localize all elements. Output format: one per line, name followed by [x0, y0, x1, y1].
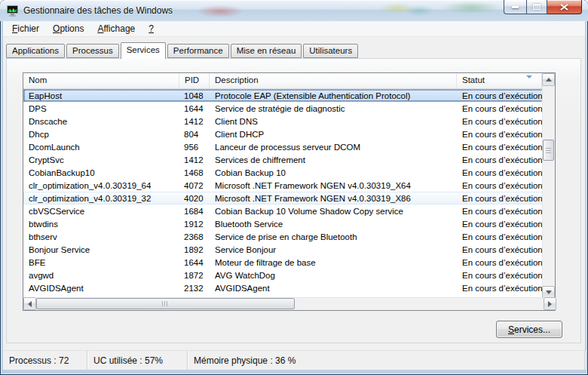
- cell-pid: 4020: [179, 194, 210, 203]
- tab-utilisateurs[interactable]: Utilisateurs: [303, 44, 358, 58]
- cell-description: Client DNS: [210, 117, 457, 126]
- service-table-header: NomPIDDescriptionStatut: [23, 73, 542, 89]
- cell-description: Service Bonjour: [210, 245, 457, 254]
- table-row[interactable]: Dnscache1412Client DNSEn cours d’exécuti…: [23, 115, 544, 128]
- client-area: ApplicationsProcessusServicesPerformance…: [3, 37, 585, 350]
- cell-statut: En cours d’exécution: [457, 104, 544, 113]
- table-row[interactable]: AVGIDSAgent2132AVGIDSAgentEn cours d’exé…: [23, 281, 544, 294]
- cell-statut: En cours d’exécution: [457, 284, 544, 293]
- arrow-up-icon: [546, 78, 552, 81]
- vertical-scroll-thumb[interactable]: [543, 140, 554, 161]
- services-list: NomPIDDescriptionStatut EapHost1048Proto…: [23, 72, 556, 311]
- cell-pid: 1644: [179, 258, 210, 267]
- thumb-grip-icon: [546, 148, 551, 153]
- cell-pid: 1644: [179, 104, 210, 113]
- menu-fichier[interactable]: Fichier: [5, 21, 46, 36]
- cell-description: AVGIDSAgent: [210, 284, 457, 293]
- cell-statut: En cours d’exécution: [457, 232, 544, 241]
- menu-options[interactable]: Options: [46, 21, 90, 36]
- title-bar[interactable]: Gestionnaire des tâches de Windows: [0, 0, 588, 21]
- tab-mise-en-reseau[interactable]: Mise en réseau: [231, 44, 302, 58]
- table-row[interactable]: CobianBackup101468Cobian Backup 10En cou…: [23, 166, 544, 179]
- minimize-icon: [512, 6, 519, 8]
- cell-statut: En cours d’exécution: [457, 207, 544, 216]
- cell-statut: En cours d’exécution: [457, 245, 544, 254]
- status-bar: Processus : 72UC utilisée : 57%Mémoire p…: [3, 350, 585, 370]
- cell-nom: cbVSCService: [23, 207, 179, 216]
- status-cpu: UC utilisée : 57%: [87, 351, 188, 370]
- table-row[interactable]: bthserv2368Service de prise en charge Bl…: [23, 230, 544, 243]
- cell-pid: 1684: [179, 207, 210, 216]
- tab-performance[interactable]: Performance: [167, 44, 229, 58]
- cell-nom: Dnscache: [23, 117, 179, 126]
- table-row[interactable]: DPS1644Service de stratégie de diagnosti…: [23, 102, 544, 115]
- arrow-right-icon: [548, 301, 552, 307]
- cell-pid: 804: [179, 130, 210, 139]
- table-row[interactable]: btwdins1912Bluetooth ServiceEn cours d’e…: [23, 217, 544, 230]
- cell-pid: 956: [179, 143, 210, 152]
- cell-nom: clr_optimization_v4.0.30319_64: [23, 181, 179, 190]
- cell-statut: En cours d’exécution: [457, 168, 544, 177]
- table-row[interactable]: clr_optimization_v4.0.30319_644072Micros…: [23, 179, 544, 192]
- service-table-body: EapHost1048Protocole EAP (Extensible Aut…: [23, 89, 544, 299]
- menu-aide[interactable]: ?: [142, 21, 161, 36]
- arrow-down-icon: [546, 290, 552, 294]
- tab-processus[interactable]: Processus: [66, 44, 119, 58]
- cell-description: AVG WatchDog: [210, 271, 457, 280]
- close-icon: [560, 4, 568, 11]
- cell-description: Microsoft .NET Framework NGEN v4.0.30319…: [210, 181, 457, 190]
- cell-statut: En cours d’exécution: [457, 117, 544, 126]
- minimize-button[interactable]: [504, 0, 526, 14]
- table-row[interactable]: Dhcp804Client DHCPEn cours d’exécution: [23, 128, 544, 140]
- table-row[interactable]: cbVSCService1684Cobian Backup 10 Volume …: [23, 204, 544, 217]
- tab-applications[interactable]: Applications: [6, 44, 65, 58]
- cell-pid: 1872: [179, 271, 210, 280]
- cell-pid: 4072: [179, 181, 210, 190]
- cell-description: Client DHCP: [210, 130, 457, 139]
- col-statut[interactable]: Statut: [457, 73, 542, 88]
- menu-bar: FichierOptionsAffichage?: [3, 21, 585, 37]
- cell-nom: DPS: [23, 104, 179, 113]
- cell-pid: 2132: [179, 284, 210, 293]
- table-row[interactable]: BFE1644Moteur de filtrage de baseEn cour…: [23, 256, 544, 269]
- cell-nom: clr_optimization_v4.0.30319_32: [23, 194, 179, 203]
- scroll-up-button[interactable]: [542, 73, 555, 86]
- services-button[interactable]: Services...: [496, 321, 562, 338]
- cell-description: Cobian Backup 10: [210, 168, 457, 177]
- scroll-right-button[interactable]: [544, 297, 556, 310]
- cell-nom: Bonjour Service: [23, 245, 179, 254]
- cell-pid: 1412: [179, 117, 210, 126]
- scroll-left-button[interactable]: [23, 297, 36, 310]
- thumb-grip-icon: [162, 301, 168, 306]
- sort-arrow-icon: [526, 75, 532, 78]
- window-controls: [504, 0, 582, 14]
- maximize-button[interactable]: [526, 0, 547, 14]
- table-row[interactable]: avgwd1872AVG WatchDogEn cours d’exécutio…: [23, 269, 544, 281]
- close-button[interactable]: [547, 0, 582, 14]
- col-nom[interactable]: Nom: [23, 73, 179, 88]
- cell-statut: En cours d’exécution: [457, 194, 544, 203]
- table-row[interactable]: CryptSvc1412Services de chiffrementEn co…: [23, 153, 544, 166]
- cell-nom: BFE: [23, 258, 179, 267]
- services-tab-page: NomPIDDescriptionStatut EapHost1048Proto…: [6, 58, 581, 343]
- cell-nom: EapHost: [23, 91, 179, 100]
- table-row[interactable]: clr_optimization_v4.0.30319_324020Micros…: [23, 192, 544, 204]
- cell-nom: avgwd: [23, 271, 179, 280]
- cell-description: Protocole EAP (Extensible Authentication…: [210, 91, 457, 100]
- table-row[interactable]: DcomLaunch956Lanceur de processus serveu…: [23, 140, 544, 153]
- cell-statut: En cours d’exécution: [457, 143, 544, 152]
- horizontal-scroll-thumb[interactable]: [36, 298, 295, 309]
- cell-description: Service de prise en charge Bluetooth: [210, 232, 457, 241]
- horizontal-scrollbar[interactable]: [23, 297, 556, 310]
- table-row[interactable]: EapHost1048Protocole EAP (Extensible Aut…: [23, 89, 544, 102]
- cell-description: Cobian Backup 10 Volume Shadow Copy serv…: [210, 207, 457, 216]
- col-description[interactable]: Description: [210, 73, 457, 88]
- cell-statut: En cours d’exécution: [457, 155, 544, 164]
- vertical-scrollbar[interactable]: [542, 73, 555, 299]
- cell-nom: CryptSvc: [23, 155, 179, 164]
- table-row[interactable]: Bonjour Service1892Service BonjourEn cou…: [23, 243, 544, 256]
- menu-affichage[interactable]: Affichage: [90, 21, 142, 36]
- col-pid[interactable]: PID: [179, 73, 210, 88]
- tab-services[interactable]: Services: [121, 42, 166, 59]
- cell-nom: AVGIDSAgent: [23, 284, 179, 293]
